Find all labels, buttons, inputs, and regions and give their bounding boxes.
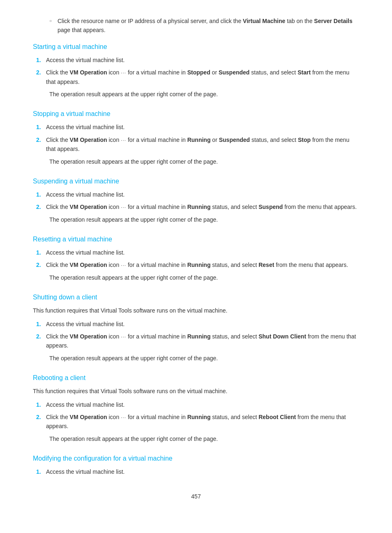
step-number: 2. — [33, 412, 46, 431]
step-content: Access the virtual machine list. — [46, 320, 359, 329]
step-starting-2: 2.Click the VM Operation icon ··· for a … — [33, 68, 359, 86]
section-title-stopping: Stopping a virtual machine — [33, 110, 359, 118]
step-shutting-down-2: 2.Click the VM Operation icon ··· for a … — [33, 332, 359, 350]
section-shutting-down: Shutting down a clientThis function requ… — [33, 294, 359, 363]
step-number: 2. — [33, 260, 46, 269]
step-content: Access the virtual machine list. — [46, 248, 359, 257]
step-content: Access the virtual machine list. — [46, 467, 359, 476]
step-stopping-2: 2.Click the VM Operation icon ··· for a … — [33, 135, 359, 154]
step-number: 1. — [33, 190, 46, 199]
page-content: Click the resource name or IP address of… — [0, 0, 392, 524]
section-title-starting: Starting a virtual machine — [33, 43, 359, 51]
step-rebooting-1: 1.Access the virtual machine list. — [33, 400, 359, 409]
section-suspending: Suspending a virtual machine1.Access the… — [33, 178, 359, 224]
step-content: Click the VM Operation icon ··· for a vi… — [46, 412, 359, 431]
step-suspending-2: 2.Click the VM Operation icon ··· for a … — [33, 202, 359, 211]
step-shutting-down-1: 1.Access the virtual machine list. — [33, 320, 359, 329]
vm-operation-dots-icon: ··· — [121, 262, 126, 269]
step-note-resetting: The operation result appears at the uppe… — [49, 273, 359, 282]
section-modifying: Modifying the configuration for a virtua… — [33, 455, 359, 476]
function-note-rebooting: This function requires that Virtual Tool… — [33, 387, 359, 396]
step-resetting-1: 1.Access the virtual machine list. — [33, 248, 359, 257]
step-note-suspending: The operation result appears at the uppe… — [49, 215, 359, 224]
vm-operation-dots-icon: ··· — [121, 414, 126, 422]
step-content: Click the VM Operation icon ··· for a vi… — [46, 135, 359, 154]
step-content: Access the virtual machine list. — [46, 400, 359, 409]
step-number: 1. — [33, 320, 46, 329]
vm-operation-dots-icon: ··· — [121, 204, 126, 211]
step-content: Access the virtual machine list. — [46, 190, 359, 199]
step-content: Access the virtual machine list. — [46, 56, 359, 65]
step-starting-1: 1.Access the virtual machine list. — [33, 56, 359, 65]
section-title-suspending: Suspending a virtual machine — [33, 178, 359, 185]
sections-container: Starting a virtual machine1.Access the v… — [33, 43, 359, 477]
section-title-rebooting: Rebooting a client — [33, 374, 359, 382]
section-starting: Starting a virtual machine1.Access the v… — [33, 43, 359, 99]
vm-operation-dots-icon: ··· — [121, 69, 126, 77]
intro-bullet-item: Click the resource name or IP address of… — [49, 16, 359, 35]
step-number: 1. — [33, 467, 46, 476]
step-content: Click the VM Operation icon ··· for a vi… — [46, 260, 359, 269]
step-stopping-1: 1.Access the virtual machine list. — [33, 123, 359, 132]
step-content: Click the VM Operation icon ··· for a vi… — [46, 332, 359, 350]
step-modifying-1: 1.Access the virtual machine list. — [33, 467, 359, 476]
step-number: 1. — [33, 56, 46, 65]
vm-operation-dots-icon: ··· — [121, 333, 126, 341]
step-note-shutting-down: The operation result appears at the uppe… — [49, 354, 359, 363]
function-note-shutting-down: This function requires that Virtual Tool… — [33, 306, 359, 315]
step-number: 2. — [33, 135, 46, 154]
section-title-resetting: Resetting a virtual machine — [33, 236, 359, 243]
vm-operation-dots-icon: ··· — [121, 137, 126, 144]
step-note-rebooting: The operation result appears at the uppe… — [49, 434, 359, 443]
step-number: 2. — [33, 68, 46, 86]
step-number: 1. — [33, 248, 46, 257]
section-rebooting: Rebooting a clientThis function requires… — [33, 374, 359, 443]
section-title-modifying: Modifying the configuration for a virtua… — [33, 455, 359, 462]
step-number: 1. — [33, 123, 46, 132]
section-resetting: Resetting a virtual machine1.Access the … — [33, 236, 359, 282]
section-title-shutting-down: Shutting down a client — [33, 294, 359, 301]
page-number: 457 — [33, 493, 359, 500]
step-number: 1. — [33, 400, 46, 409]
step-note-starting: The operation result appears at the uppe… — [49, 90, 359, 99]
step-content: Access the virtual machine list. — [46, 123, 359, 132]
step-suspending-1: 1.Access the virtual machine list. — [33, 190, 359, 199]
step-resetting-2: 2.Click the VM Operation icon ··· for a … — [33, 260, 359, 269]
step-note-stopping: The operation result appears at the uppe… — [49, 157, 359, 166]
section-stopping: Stopping a virtual machine1.Access the v… — [33, 110, 359, 166]
step-number: 2. — [33, 332, 46, 350]
step-rebooting-2: 2.Click the VM Operation icon ··· for a … — [33, 412, 359, 431]
step-number: 2. — [33, 202, 46, 211]
step-content: Click the VM Operation icon ··· for a vi… — [46, 202, 359, 211]
intro-bullets: Click the resource name or IP address of… — [49, 16, 359, 35]
step-content: Click the VM Operation icon ··· for a vi… — [46, 68, 359, 86]
